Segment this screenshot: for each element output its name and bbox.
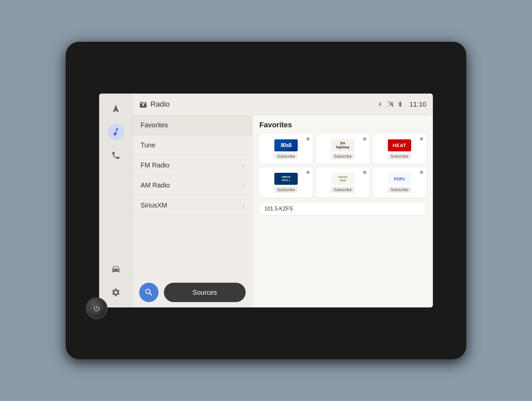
subscribe-label-siriushits[interactable]: Subscribe [274,187,297,193]
bluetooth-icon [397,101,404,108]
menu-item-fm-radio[interactable]: FM Radio › [132,155,252,175]
channel-logo-popz: POPz [388,173,411,185]
left-menu-panel: Favorites Tune FM Radio › AM Radio › Sir [132,115,253,307]
wireless-charging-icon [377,101,383,108]
sidebar-item-music[interactable] [107,124,124,140]
add-favorite-icon[interactable]: ⊕ [306,136,310,141]
header-title-area: Radio [139,100,377,109]
sources-button[interactable]: Sources [164,283,246,302]
main-content: Radio 11:10 Favorites Tu [132,94,433,307]
add-favorite-icon[interactable]: ⊕ [420,169,424,175]
search-icon [144,288,154,297]
favorites-heading: Favorites [259,121,426,129]
channel-logo-8058: 80s8 [274,139,298,151]
menu-item-favorites[interactable]: Favorites [132,115,252,135]
search-button[interactable] [139,283,159,302]
channel-logo-highway: thehighway [331,139,354,151]
subscribe-label-8058[interactable]: Subscribe [274,153,297,159]
subscribe-label-highway[interactable]: Subscribe [331,153,354,159]
menu-item-am-radio[interactable]: AM Radio › [132,175,252,195]
infotainment-screen: Radio 11:10 Favorites Tu [99,94,433,307]
body-area: Favorites Tune FM Radio › AM Radio › Sir [132,115,433,307]
favorites-grid: ⊕ 80s8 Subscribe ⊕ thehighway Subscribe [259,134,426,197]
menu-item-tune[interactable]: Tune [132,135,252,155]
subscribe-label-classicvinyl[interactable]: Subscribe [331,187,354,193]
favorite-card-siriushits[interactable]: ⊕ SIRIUSHITS 1 Subscribe [259,167,313,197]
sidebar-item-navigation[interactable] [107,100,124,117]
add-favorite-icon[interactable]: ⊕ [420,136,424,141]
subscribe-label-heat[interactable]: Subscribe [388,153,411,159]
channel-logo-heat: HEAT [388,139,411,151]
channel-logo-classicvinyl: Classicvinyl [331,173,354,185]
favorite-card-8058[interactable]: ⊕ 80s8 Subscribe [259,134,313,164]
sidebar-item-car[interactable] [107,261,124,277]
volume-knob[interactable] [86,297,107,319]
favorite-card-popz[interactable]: ⊕ POPz Subscribe [373,167,426,197]
favorite-card-classicvinyl[interactable]: ⊕ Classicvinyl Subscribe [316,167,369,197]
app-title: Radio [151,100,170,109]
power-icon [93,305,100,312]
add-favorite-icon[interactable]: ⊕ [306,169,310,175]
favorite-card-highway[interactable]: ⊕ thehighway Subscribe [316,134,369,164]
clock-display: 11:10 [410,101,426,108]
no-signal-icon [387,101,393,108]
sidebar [99,94,132,307]
now-playing-display: 101.5·KZFS [259,202,426,216]
add-favorite-icon[interactable]: ⊕ [363,169,367,175]
channel-logo-siriushits: SIRIUSHITS 1 [274,173,298,185]
radio-icon [139,100,147,108]
bottom-action-bar: Sources [132,277,252,307]
favorites-panel: Favorites ⊕ 80s8 Subscribe ⊕ [253,115,433,307]
chevron-right-icon: › [243,182,244,188]
favorite-card-heat[interactable]: ⊕ HEAT Subscribe [373,134,426,164]
chevron-right-icon: › [243,162,244,168]
menu-item-siriusxm[interactable]: SiriusXM › [132,195,252,216]
add-favorite-icon[interactable]: ⊕ [363,136,367,141]
status-icons: 11:10 [377,101,426,108]
app-header: Radio 11:10 [132,94,433,115]
sidebar-item-settings[interactable] [107,284,124,301]
chevron-right-icon: › [243,203,244,209]
sidebar-item-phone[interactable] [107,147,124,164]
subscribe-label-popz[interactable]: Subscribe [388,187,411,193]
car-bezel: Radio 11:10 Favorites Tu [66,42,466,359]
